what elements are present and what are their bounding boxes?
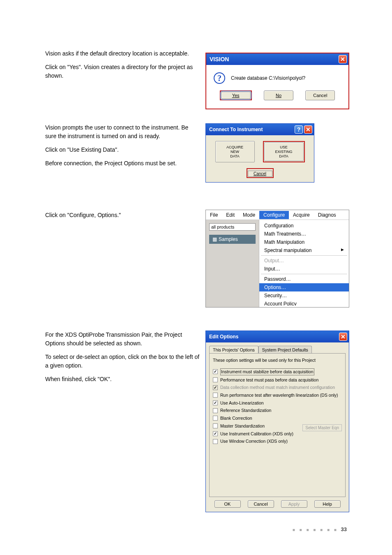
checkbox[interactable] xyxy=(213,393,218,398)
checkbox[interactable] xyxy=(213,416,218,421)
option-row: Data collection method must match instru… xyxy=(213,384,342,391)
menu-item-math-treatments[interactable]: Math Treatments… xyxy=(259,230,349,238)
cancel-button[interactable]: Cancel xyxy=(248,500,274,508)
edit-options-titlebar: Edit Options ✕ xyxy=(206,331,349,342)
configure-dropdown: Configuration Math Treatments… Math Mani… xyxy=(259,220,349,307)
vision-dialog: VISION ✕ ? Create database C:\Vision\pol… xyxy=(205,53,349,109)
chevron-right-icon: ▶ xyxy=(341,247,344,252)
select-master-eqn-button: Select Master Eqn xyxy=(302,424,342,431)
menu-edit[interactable]: Edit xyxy=(222,211,239,219)
option-label: Reference Standardization xyxy=(220,407,271,414)
option-label: Master Standardization xyxy=(220,423,265,429)
paragraph: To select or de-select an option, click … xyxy=(45,353,201,370)
paragraph: Click on "Yes". Vision creates a directo… xyxy=(45,63,197,80)
menu-item-security[interactable]: Security… xyxy=(259,291,349,300)
menu-bar: File Edit Mode Configure Acquire Diagnos xyxy=(206,210,349,220)
samples-tab[interactable]: ▦ Samples xyxy=(209,235,256,244)
checkbox[interactable] xyxy=(213,439,218,444)
option-label: Run performance test after wavelength li… xyxy=(220,392,338,398)
question-icon: ? xyxy=(214,72,225,84)
menu-separator xyxy=(261,274,347,274)
help-icon[interactable]: ? xyxy=(295,125,303,134)
menu-item-options[interactable]: Options… xyxy=(259,283,349,291)
ok-button[interactable]: OK xyxy=(214,500,241,508)
options-panel: These option settings will be used only … xyxy=(209,353,346,497)
cancel-button[interactable]: Cancel xyxy=(248,171,272,177)
option-row: Use Window Correction (XDS only) xyxy=(213,438,342,444)
option-row: Instrument must stabilize before data ac… xyxy=(213,368,342,375)
paragraph: When finished, click "OK". xyxy=(45,375,201,384)
no-button[interactable]: No xyxy=(264,90,293,100)
option-row: Performance test must pass before data a… xyxy=(213,377,342,383)
menu-configure[interactable]: Configure xyxy=(259,211,289,219)
use-existing-data-button[interactable]: USE EXISTING DATA xyxy=(264,142,304,161)
menu-file[interactable]: File xyxy=(206,211,222,219)
checkbox[interactable] xyxy=(213,431,218,436)
options-note: These option settings will be used only … xyxy=(213,358,342,363)
checkbox[interactable] xyxy=(213,408,218,413)
checkbox[interactable] xyxy=(213,400,218,405)
menu-acquire[interactable]: Acquire xyxy=(289,211,314,219)
option-row: Use Auto-Linearization xyxy=(213,400,342,406)
option-label: Use Auto-Linearization xyxy=(220,400,264,406)
option-label: Use Instrument Calibration (XDS only) xyxy=(220,431,293,437)
menu-mode[interactable]: Mode xyxy=(239,211,259,219)
option-label: Performance test must pass before data a… xyxy=(220,377,318,383)
menu-item-password[interactable]: Password… xyxy=(259,275,349,283)
paragraph: For the XDS OptiProbe Transmission Pair,… xyxy=(45,331,201,348)
page-number: ■ ■ ■ ■ ■ ■ ■ 33 xyxy=(293,526,347,532)
menu-diagnos[interactable]: Diagnos xyxy=(314,211,340,219)
checkbox[interactable] xyxy=(213,423,218,428)
option-label: Data collection method must match instru… xyxy=(220,384,335,391)
checkbox[interactable] xyxy=(213,369,218,374)
help-button[interactable]: Help xyxy=(314,500,341,508)
connect-titlebar: Connect To Instrument ? ✕ xyxy=(206,124,314,135)
option-row: Run performance test after wavelength li… xyxy=(213,392,342,398)
menu-item-input[interactable]: Input… xyxy=(259,265,349,273)
menu-item-output: Output… xyxy=(259,257,349,265)
highlight-use-existing: USE EXISTING DATA xyxy=(263,141,305,162)
paragraph: Before connection, the Project Options m… xyxy=(45,159,197,168)
vision-titlebar: VISION ✕ xyxy=(206,53,348,65)
acquire-new-data-button[interactable]: ACQUIRE NEW DATA xyxy=(215,141,255,162)
connect-dialog: Connect To Instrument ? ✕ ACQUIRE NEW DA… xyxy=(205,123,314,183)
paragraph: Vision asks if the default directory loc… xyxy=(45,49,197,58)
product-combo[interactable]: all products xyxy=(209,223,256,231)
menu-item-math-manipulation[interactable]: Math Manipulation xyxy=(259,238,349,246)
menu-item-account-policy[interactable]: Account Policy xyxy=(259,300,349,305)
option-label: Use Window Correction (XDS only) xyxy=(220,438,288,444)
configure-menu-screenshot: File Edit Mode Configure Acquire Diagnos… xyxy=(205,210,349,308)
checkbox[interactable] xyxy=(213,377,218,382)
paragraph: Click on "Use Existing Data". xyxy=(45,146,197,154)
option-label: Instrument must stabilize before data ac… xyxy=(220,368,314,375)
edit-options-title: Edit Options xyxy=(209,334,238,340)
option-row: Blank Correction xyxy=(213,415,342,421)
close-icon[interactable]: ✕ xyxy=(339,333,347,341)
menu-item-configuration[interactable]: Configuration xyxy=(259,222,349,230)
paragraph: Click on "Configure, Options." xyxy=(45,211,197,220)
apply-button: Apply xyxy=(281,500,307,508)
cancel-button[interactable]: Cancel xyxy=(305,90,335,100)
close-icon[interactable]: ✕ xyxy=(339,55,347,63)
tab-this-project[interactable]: This Projects' Options xyxy=(209,346,258,353)
edit-options-dialog: Edit Options ✕ This Projects' Options Sy… xyxy=(205,331,349,512)
menu-separator xyxy=(261,255,347,256)
vision-title: VISION xyxy=(210,56,229,62)
highlight-yes: Yes xyxy=(220,90,252,100)
menu-item-label: Spectral manipulation xyxy=(264,247,311,253)
menu-item-spectral-manipulation[interactable]: Spectral manipulation ▶ xyxy=(259,246,349,254)
yes-button[interactable]: Yes xyxy=(221,92,251,99)
samples-label: Samples xyxy=(219,236,238,242)
checkbox xyxy=(213,385,218,390)
samples-icon: ▦ xyxy=(212,236,217,242)
paragraph: Vision prompts the user to connect to th… xyxy=(45,123,197,141)
connect-title: Connect To Instrument xyxy=(209,127,263,132)
highlight-cancel: Cancel xyxy=(247,168,274,178)
tab-system-defaults[interactable]: System Project Defaults xyxy=(258,346,312,353)
option-row: Use Instrument Calibration (XDS only) xyxy=(213,431,342,437)
vision-message: Create database C:\Vision\polyol? xyxy=(231,75,305,81)
option-row: Reference Standardization xyxy=(213,407,342,414)
close-icon[interactable]: ✕ xyxy=(304,125,312,134)
option-label: Blank Correction xyxy=(220,415,252,421)
